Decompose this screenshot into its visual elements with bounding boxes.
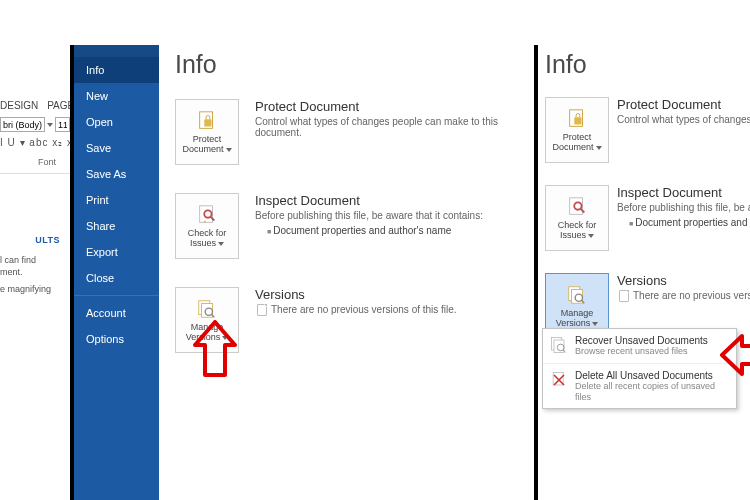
- font-name-input[interactable]: [0, 117, 45, 132]
- chevron-down-icon[interactable]: [47, 123, 53, 127]
- inspect-bullet: Document properties and auth: [629, 217, 750, 228]
- tab-page[interactable]: PAGE: [47, 100, 70, 111]
- menu-save-as[interactable]: Save As: [74, 161, 159, 187]
- document-icon: [257, 304, 267, 316]
- menu-close[interactable]: Close: [74, 265, 159, 291]
- lock-icon: [196, 110, 218, 132]
- versions-heading: Versions: [617, 273, 750, 288]
- versions-icon: [566, 284, 588, 306]
- delete-sub: Delete all recent copies of unsaved file…: [575, 381, 730, 403]
- protect-row: Protect Document Protect Document Contro…: [175, 99, 530, 165]
- delete-unsaved-item[interactable]: Delete All Unsaved Documents Delete all …: [543, 364, 736, 409]
- font-size-input[interactable]: [55, 117, 70, 132]
- red-arrow-icon: [720, 328, 750, 383]
- inspect-row: Check for Issues Inspect Document Before…: [175, 193, 530, 259]
- svg-rect-10: [574, 117, 581, 124]
- protect-document-button[interactable]: Protect Document: [175, 99, 239, 165]
- menu-print[interactable]: Print: [74, 187, 159, 213]
- versions-none: There are no previous versions: [617, 290, 750, 302]
- versions-none: There are no previous versions of this f…: [255, 304, 530, 316]
- menu-share[interactable]: Share: [74, 213, 159, 239]
- recover-title: Recover Unsaved Documents: [575, 335, 708, 346]
- protect-desc: Control what types of changes peop: [617, 114, 750, 125]
- ribbon-tabs: DESIGN PAGE: [0, 100, 70, 111]
- results-heading: ULTS: [0, 235, 60, 245]
- versions-heading: Versions: [255, 287, 530, 302]
- inspect-desc: Before publishing this file, be aware: [617, 202, 750, 213]
- ribbon-fragment: DESIGN PAGE I U ▾ abc x₂ x² Font ULTS l …: [0, 45, 70, 500]
- recover-unsaved-item[interactable]: Recover Unsaved Documents Browse recent …: [543, 329, 736, 364]
- inspect-heading: Inspect Document: [255, 193, 530, 208]
- manage-versions-dropdown: Recover Unsaved Documents Browse recent …: [542, 328, 737, 409]
- delete-title: Delete All Unsaved Documents: [575, 370, 730, 381]
- right-panel: Info Protect Document Protect Document C…: [540, 45, 750, 500]
- document-icon: [619, 290, 629, 302]
- menu-open[interactable]: Open: [74, 109, 159, 135]
- recover-icon: [549, 335, 569, 355]
- svg-rect-1: [204, 119, 211, 126]
- protect-document-button[interactable]: Protect Document: [545, 97, 609, 163]
- inspect-heading: Inspect Document: [617, 185, 750, 200]
- file-menu-sidebar: Info New Open Save Save As Print Share E…: [74, 45, 159, 500]
- svg-rect-2: [200, 205, 213, 222]
- separator: [0, 173, 70, 174]
- page-title: Info: [545, 50, 750, 79]
- font-selectors: [0, 117, 70, 132]
- check-issues-button[interactable]: Check for Issues: [545, 185, 609, 251]
- page-title: Info: [175, 50, 530, 79]
- menu-info[interactable]: Info: [74, 57, 159, 83]
- check-issues-button[interactable]: Check for Issues: [175, 193, 239, 259]
- recover-sub: Browse recent unsaved files: [575, 346, 708, 357]
- inspect-icon: [196, 204, 218, 226]
- menu-account[interactable]: Account: [74, 300, 159, 326]
- versions-icon: [196, 298, 218, 320]
- inspect-bullet: Document properties and author's name: [267, 225, 530, 236]
- tab-design[interactable]: DESIGN: [0, 100, 38, 111]
- ribbon-group-label: Font: [38, 157, 56, 167]
- svg-rect-11: [570, 197, 583, 214]
- inspect-desc: Before publishing this file, be aware th…: [255, 210, 530, 221]
- menu-export[interactable]: Export: [74, 239, 159, 265]
- menu-new[interactable]: New: [74, 83, 159, 109]
- info-pane-right: Info Protect Document Protect Document C…: [540, 45, 750, 339]
- protect-heading: Protect Document: [617, 97, 750, 112]
- results-text: l can find ment. e magnifying: [0, 255, 68, 296]
- lock-icon: [566, 108, 588, 130]
- menu-options[interactable]: Options: [74, 326, 159, 352]
- protect-heading: Protect Document: [255, 99, 530, 114]
- divider: [534, 45, 538, 500]
- left-panel: DESIGN PAGE I U ▾ abc x₂ x² Font ULTS l …: [0, 0, 530, 500]
- protect-desc: Control what types of changes people can…: [255, 116, 530, 138]
- menu-save[interactable]: Save: [74, 135, 159, 161]
- delete-icon: [549, 370, 569, 390]
- inspect-icon: [566, 196, 588, 218]
- format-buttons[interactable]: I U ▾ abc x₂ x²: [0, 137, 70, 148]
- red-arrow-icon: [190, 320, 240, 380]
